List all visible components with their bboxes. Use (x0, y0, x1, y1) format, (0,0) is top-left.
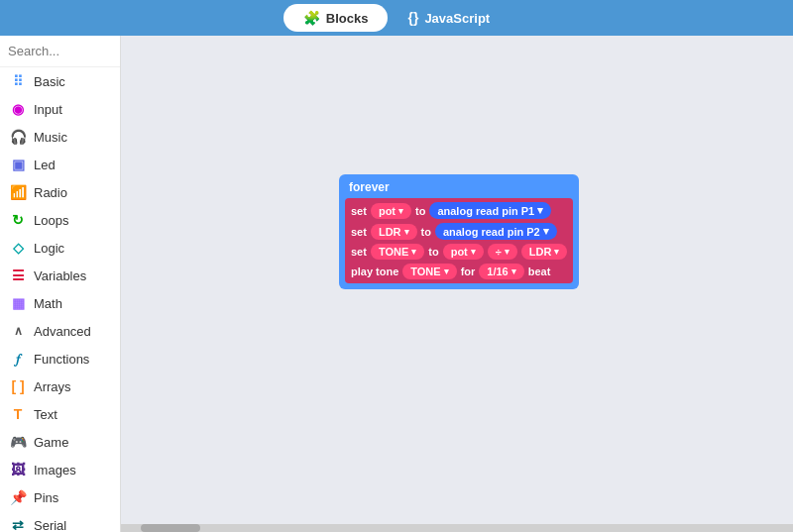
forever-label: forever (345, 178, 573, 198)
sidebar: 🔍 ⠿Basic◉Input🎧Music▣Led📶Radio↻Loops◇Log… (0, 36, 121, 532)
forever-block: forever set pot ▾ to analog read pin P1 … (339, 174, 579, 289)
divide-pill[interactable]: ÷ ▾ (488, 244, 517, 260)
sidebar-item-functions[interactable]: 𝑓Functions (0, 345, 120, 372)
sidebar-item-input[interactable]: ◉Input (0, 95, 120, 123)
to-text-2: to (421, 226, 431, 238)
sidebar-label-game: Game (34, 435, 68, 450)
js-tab-label: JavaScript (424, 11, 490, 26)
radio-icon: 📶 (10, 184, 26, 200)
pins-icon: 📌 (10, 489, 26, 505)
arrays-icon: [ ] (10, 378, 26, 394)
sidebar-label-input: Input (34, 102, 62, 117)
images-icon: 🖼 (10, 462, 26, 478)
for-text: for (461, 266, 476, 277)
basic-icon: ⠿ (10, 73, 26, 89)
main-layout: 🔍 ⠿Basic◉Input🎧Music▣Led📶Radio↻Loops◇Log… (0, 36, 793, 532)
play-tone-text: play tone (351, 266, 398, 277)
inner-blocks: set pot ▾ to analog read pin P1 ▾ set LD… (345, 198, 573, 283)
sidebar-item-math[interactable]: ▦Math (0, 289, 120, 317)
set-text-1: set (351, 205, 367, 217)
blocks-tab-label: Blocks (326, 11, 369, 26)
ldr-pill[interactable]: LDR ▾ (371, 224, 417, 240)
blocks-icon: 🧩 (303, 10, 320, 26)
set-text-3: set (351, 246, 367, 258)
block-row-3: set TONE ▾ to pot ▾ ÷ ▾ LDR ▾ (351, 244, 567, 260)
sidebar-item-pins[interactable]: 📌Pins (0, 483, 120, 511)
sidebar-label-basic: Basic (34, 74, 65, 89)
beat-text: beat (528, 266, 551, 277)
sidebar-label-math: Math (34, 296, 62, 311)
input-icon: ◉ (10, 101, 26, 117)
sidebar-item-radio[interactable]: 📶Radio (0, 178, 120, 206)
sidebar-label-images: Images (34, 463, 76, 478)
game-icon: 🎮 (10, 434, 26, 450)
analog-read-pin-1[interactable]: analog read pin P1 ▾ (429, 202, 551, 219)
block-row-1: set pot ▾ to analog read pin P1 ▾ (351, 202, 567, 219)
pot-pill-2[interactable]: pot ▾ (443, 244, 484, 260)
search-input[interactable] (8, 44, 121, 58)
sidebar-label-text: Text (34, 407, 57, 422)
sidebar-item-music[interactable]: 🎧Music (0, 123, 120, 151)
tone-pill-2[interactable]: TONE ▾ (402, 264, 456, 279)
blocks-container: forever set pot ▾ to analog read pin P1 … (339, 174, 579, 289)
sidebar-item-basic[interactable]: ⠿Basic (0, 67, 120, 95)
sidebar-label-variables: Variables (34, 268, 86, 283)
to-text-1: to (415, 205, 425, 217)
sidebar-label-functions: Functions (34, 352, 89, 367)
js-icon: {} (407, 10, 418, 26)
canvas-area[interactable]: forever set pot ▾ to analog read pin P1 … (121, 36, 793, 532)
sidebar-item-text[interactable]: TText (0, 400, 120, 428)
logic-icon: ◇ (10, 240, 26, 256)
set-text-2: set (351, 226, 367, 238)
text-icon: T (10, 406, 26, 422)
sidebar-label-pins: Pins (34, 490, 58, 505)
ldr-pill-2[interactable]: LDR ▾ (521, 244, 568, 260)
serial-icon: ⇄ (10, 517, 26, 532)
horizontal-scrollbar[interactable] (121, 524, 793, 532)
sidebar-items-container: ⠿Basic◉Input🎧Music▣Led📶Radio↻Loops◇Logic… (0, 67, 120, 532)
sidebar-item-serial[interactable]: ⇄Serial (0, 511, 120, 532)
blocks-tab[interactable]: 🧩 Blocks (283, 4, 389, 32)
scrollbar-thumb[interactable] (141, 524, 200, 532)
functions-icon: 𝑓 (10, 351, 26, 367)
variables-icon: ☰ (10, 267, 26, 283)
led-icon: ▣ (10, 157, 26, 172)
sidebar-label-arrays: Arrays (34, 379, 71, 394)
sidebar-label-led: Led (34, 158, 56, 172)
sidebar-label-radio: Radio (34, 185, 67, 200)
to-text-3: to (428, 246, 438, 258)
header: 🧩 Blocks {} JavaScript (0, 0, 793, 36)
sidebar-item-logic[interactable]: ◇Logic (0, 234, 120, 262)
sidebar-item-variables[interactable]: ☰Variables (0, 262, 120, 289)
sidebar-label-logic: Logic (34, 241, 64, 256)
javascript-tab[interactable]: {} JavaScript (388, 4, 510, 32)
math-icon: ▦ (10, 295, 26, 311)
beat-fraction-pill[interactable]: 1/16 ▾ (479, 264, 523, 279)
sidebar-label-music: Music (34, 130, 67, 145)
pot-pill-1[interactable]: pot ▾ (371, 203, 411, 219)
analog-read-pin-2[interactable]: analog read pin P2 ▾ (435, 223, 557, 240)
block-row-2: set LDR ▾ to analog read pin P2 ▾ (351, 223, 567, 240)
search-bar: 🔍 (0, 36, 120, 67)
sidebar-item-loops[interactable]: ↻Loops (0, 206, 120, 234)
sidebar-label-advanced: Advanced (34, 324, 91, 339)
sidebar-item-arrays[interactable]: [ ]Arrays (0, 372, 120, 400)
block-row-4: play tone TONE ▾ for 1/16 ▾ beat (351, 264, 567, 279)
sidebar-item-led[interactable]: ▣Led (0, 151, 120, 178)
sidebar-item-images[interactable]: 🖼Images (0, 456, 120, 483)
sidebar-label-serial: Serial (34, 518, 66, 533)
sidebar-item-advanced[interactable]: ∧Advanced (0, 317, 120, 345)
loops-icon: ↻ (10, 212, 26, 228)
sidebar-item-game[interactable]: 🎮Game (0, 428, 120, 456)
sidebar-label-loops: Loops (34, 213, 68, 228)
music-icon: 🎧 (10, 129, 26, 145)
advanced-icon: ∧ (10, 323, 26, 339)
tone-pill[interactable]: TONE ▾ (371, 244, 424, 260)
